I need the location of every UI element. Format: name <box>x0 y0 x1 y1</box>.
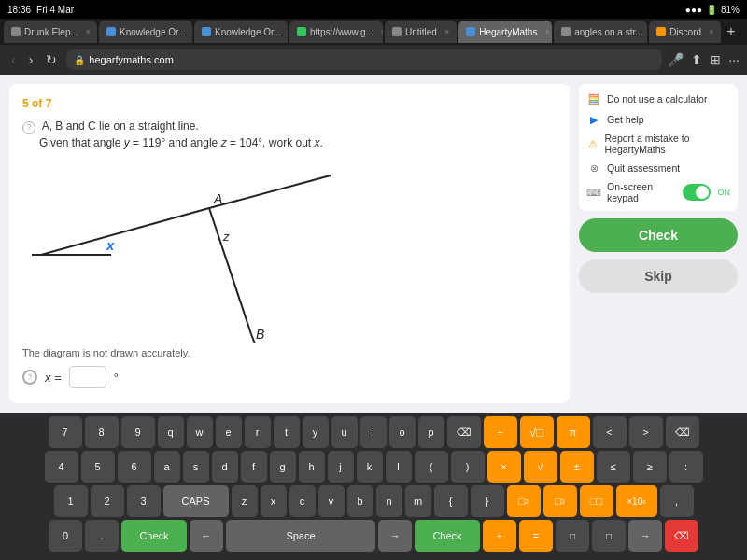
key-power[interactable]: □□ <box>580 485 613 517</box>
key-close-brace[interactable]: } <box>471 485 504 517</box>
key-equals[interactable]: = <box>519 520 553 552</box>
address-bar[interactable]: 🔒 hegarfymaths.com <box>66 49 662 70</box>
key-right-arrow[interactable]: → <box>378 520 412 552</box>
key-cubed[interactable]: □3 <box>543 485 577 517</box>
tab-angles[interactable]: angles on a str... × <box>554 21 647 43</box>
key-w[interactable]: w <box>187 416 213 448</box>
new-tab-button[interactable]: + <box>726 23 735 40</box>
key-4[interactable]: 4 <box>45 451 78 483</box>
key-j[interactable]: j <box>328 451 354 483</box>
key-i[interactable]: i <box>360 416 387 448</box>
key-close-paren[interactable]: ) <box>451 451 485 483</box>
key-plusminus[interactable]: ± <box>560 451 594 483</box>
tab-favicon <box>561 27 571 36</box>
key-z[interactable]: z <box>232 485 258 517</box>
key-greater[interactable]: > <box>629 416 663 448</box>
key-t[interactable]: t <box>274 416 300 448</box>
key-plus[interactable]: + <box>483 520 516 552</box>
key-h[interactable]: h <box>299 451 325 483</box>
reload-button[interactable]: ↻ <box>42 50 61 69</box>
battery-icon: 🔋 <box>706 5 717 15</box>
key-e[interactable]: e <box>216 416 242 448</box>
key-c[interactable]: c <box>289 485 316 517</box>
key-leq[interactable]: ≤ <box>597 451 630 483</box>
key-q[interactable]: q <box>158 416 184 448</box>
tab-knowledge2[interactable]: Knowledge Or... × <box>194 21 288 43</box>
tab-untitled[interactable]: Untitled × <box>385 21 457 43</box>
key-b[interactable]: b <box>347 485 374 517</box>
key-open-brace[interactable]: { <box>434 485 468 517</box>
share-icon[interactable]: ⬆ <box>691 52 702 67</box>
check-button[interactable]: Check <box>579 218 738 252</box>
key-s[interactable]: s <box>183 451 209 483</box>
key-p[interactable]: p <box>418 416 444 448</box>
microphone-icon[interactable]: 🎤 <box>668 52 684 67</box>
key-open-paren[interactable]: ( <box>415 451 448 483</box>
answer-input[interactable] <box>69 366 106 388</box>
key-o[interactable]: o <box>389 416 416 448</box>
get-help-option[interactable]: ▶ Get help <box>586 112 730 127</box>
skip-button[interactable]: Skip <box>579 259 738 293</box>
key-l[interactable]: l <box>386 451 412 483</box>
tab-knowledge1[interactable]: Knowledge Or... × <box>99 21 192 43</box>
key-sqrt-box[interactable]: √□ <box>520 416 554 448</box>
key-frac1[interactable]: □ <box>556 520 589 552</box>
key-5[interactable]: 5 <box>81 451 115 483</box>
key-f[interactable]: f <box>241 451 267 483</box>
key-check-right[interactable]: Check <box>415 520 480 552</box>
key-8[interactable]: 8 <box>85 416 119 448</box>
key-u[interactable]: u <box>331 416 358 448</box>
key-space[interactable]: Space <box>226 520 375 552</box>
key-colon[interactable]: : <box>669 451 703 483</box>
keyboard-row-1: 7 8 9 q w e r t y u i o p ⌫ ÷ √□ π < > ⌫ <box>2 416 745 448</box>
forward-button[interactable]: › <box>25 50 37 69</box>
question-line2: Given that angle y = 119° and angle z = … <box>39 136 323 149</box>
key-delete[interactable]: ⌫ <box>665 520 698 552</box>
key-backspace-1[interactable]: ⌫ <box>447 416 481 448</box>
key-7[interactable]: 7 <box>49 416 82 448</box>
quit-option[interactable]: ⊗ Quit assessment <box>586 161 730 175</box>
tab-drunk[interactable]: Drunk Elep... × <box>4 21 97 43</box>
svg-line-3 <box>209 208 251 334</box>
tabs-icon[interactable]: ⊞ <box>710 52 721 67</box>
key-m[interactable]: m <box>405 485 431 517</box>
report-mistake-option[interactable]: ⚠ Report a mistake to HegartyMaths <box>586 133 730 155</box>
key-1[interactable]: 1 <box>54 485 88 517</box>
key-pi[interactable]: π <box>557 416 590 448</box>
back-button[interactable]: ‹ <box>7 50 20 69</box>
key-x[interactable]: x <box>261 485 287 517</box>
key-n[interactable]: n <box>376 485 402 517</box>
key-frac2[interactable]: □ <box>592 520 626 552</box>
key-caps[interactable]: CAPS <box>163 485 229 517</box>
key-d[interactable]: d <box>212 451 238 483</box>
key-less[interactable]: < <box>593 416 627 448</box>
key-v[interactable]: v <box>318 485 345 517</box>
key-sqrt[interactable]: √ <box>524 451 557 483</box>
key-3[interactable]: 3 <box>127 485 161 517</box>
key-0[interactable]: 0 <box>49 520 82 552</box>
key-2[interactable]: 2 <box>91 485 124 517</box>
key-k[interactable]: k <box>357 451 383 483</box>
key-6[interactable]: 6 <box>118 451 151 483</box>
keypad-toggle[interactable] <box>683 184 711 201</box>
key-right-arrow2[interactable]: → <box>628 520 662 552</box>
key-times10[interactable]: ×10x <box>616 485 657 517</box>
tab-discord[interactable]: Discord × <box>649 21 721 43</box>
key-dot[interactable]: . <box>85 520 119 552</box>
key-check-left[interactable]: Check <box>121 520 187 552</box>
key-g[interactable]: g <box>270 451 296 483</box>
menu-icon[interactable]: ··· <box>728 52 740 67</box>
key-backspace-2[interactable]: ⌫ <box>666 416 699 448</box>
key-9[interactable]: 9 <box>121 416 155 448</box>
key-divide[interactable]: ÷ <box>484 416 517 448</box>
tab-google[interactable]: https://www.g... × <box>289 21 383 43</box>
key-comma[interactable]: , <box>660 485 694 517</box>
tab-hearty[interactable]: HegartyMaths × <box>458 21 552 43</box>
key-squared[interactable]: □2 <box>507 485 541 517</box>
key-y[interactable]: y <box>303 416 329 448</box>
key-geq[interactable]: ≥ <box>633 451 667 483</box>
key-a[interactable]: a <box>154 451 180 483</box>
key-r[interactable]: r <box>245 416 271 448</box>
key-left-arrow[interactable]: ← <box>190 520 223 552</box>
key-multiply[interactable]: × <box>487 451 521 483</box>
